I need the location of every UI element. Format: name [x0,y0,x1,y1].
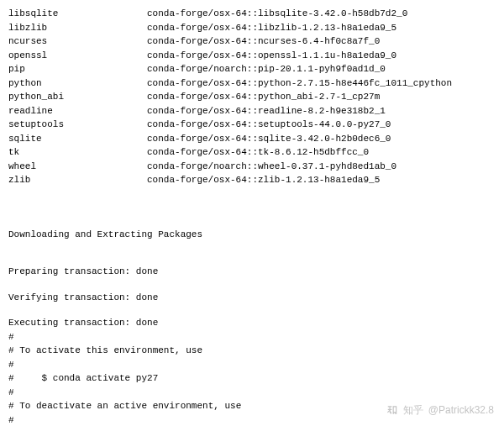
package-name: ncurses [8,34,147,49]
package-spec: conda-forge/osx-64::readline-8.2-h9e318b… [147,104,496,118]
downloading-header: Downloading and Extracting Packages [8,228,496,242]
package-spec: conda-forge/osx-64::sqlite-3.42.0-h2b0de… [147,132,496,146]
watermark: 知乎 @Patrickk32.8 [386,402,494,418]
watermark-handle: @Patrickk32.8 [428,402,494,418]
package-spec: conda-forge/noarch::pip-20.1.1-pyh9f0ad1… [147,62,496,76]
terminal-output: libsqlite conda-forge/osx-64::libsqlite-… [8,7,496,426]
package-row: tk conda-forge/osx-64::tk-8.6.12-h5dbffc… [8,145,496,160]
package-row: pip conda-forge/noarch::pip-20.1.1-pyh9f… [8,62,496,76]
package-name: python_abi [8,90,147,104]
package-name: setuptools [8,118,147,132]
package-spec: conda-forge/osx-64::zlib-1.2.13-h8a1eda9… [147,173,496,187]
package-name: libzlib [8,21,147,35]
package-spec: conda-forge/osx-64::python-2.7.15-h8e446… [147,76,496,91]
package-spec: conda-forge/osx-64::tk-8.6.12-h5dbffcc_0 [147,145,496,160]
package-row: ncurses conda-forge/osx-64::ncurses-6.4-… [8,34,496,49]
package-row: readline conda-forge/osx-64::readline-8.… [8,104,496,118]
package-spec: conda-forge/osx-64::libsqlite-3.42.0-h58… [147,7,496,21]
package-spec: conda-forge/osx-64::libzlib-1.2.13-h8a1e… [147,21,496,35]
package-name: openssl [8,49,147,63]
executing-status: Executing transaction: done [8,316,496,330]
package-name: tk [8,145,147,160]
package-name: python [8,76,147,91]
comment-line: # [8,386,496,400]
package-name: readline [8,104,147,118]
comment-line: # To activate this environment, use [8,344,496,358]
package-row: openssl conda-forge/osx-64::openssl-1.1.… [8,49,496,63]
comment-line: # [8,358,496,372]
watermark-platform: 知乎 [403,402,423,418]
package-spec: conda-forge/osx-64::setuptools-44.0.0-py… [147,118,496,132]
package-spec: conda-forge/osx-64::python_abi-2.7-1_cp2… [147,90,496,104]
preparing-status: Preparing transaction: done [8,265,496,279]
package-name: pip [8,62,147,76]
package-row: setuptools conda-forge/osx-64::setuptool… [8,118,496,132]
package-row: python_abi conda-forge/osx-64::python_ab… [8,90,496,104]
package-spec: conda-forge/osx-64::openssl-1.1.1u-h8a1e… [147,49,496,63]
package-row: sqlite conda-forge/osx-64::sqlite-3.42.0… [8,132,496,146]
verifying-status: Verifying transaction: done [8,291,496,305]
package-name: zlib [8,173,147,187]
package-name: libsqlite [8,7,147,21]
package-name: wheel [8,160,147,174]
package-name: sqlite [8,132,147,146]
package-row: wheel conda-forge/noarch::wheel-0.37.1-p… [8,160,496,174]
package-row: libsqlite conda-forge/osx-64::libsqlite-… [8,7,496,21]
comment-line: # [8,330,496,344]
package-row: libzlib conda-forge/osx-64::libzlib-1.2.… [8,21,496,35]
zhihu-icon [386,404,398,416]
package-row: zlib conda-forge/osx-64::zlib-1.2.13-h8a… [8,173,496,187]
package-spec: conda-forge/noarch::wheel-0.37.1-pyhd8ed… [147,160,496,174]
comment-line: # $ conda activate py27 [8,371,496,386]
package-list: libsqlite conda-forge/osx-64::libsqlite-… [8,7,496,187]
package-row: python conda-forge/osx-64::python-2.7.15… [8,76,496,91]
package-spec: conda-forge/osx-64::ncurses-6.4-hf0c8a7f… [147,34,496,49]
